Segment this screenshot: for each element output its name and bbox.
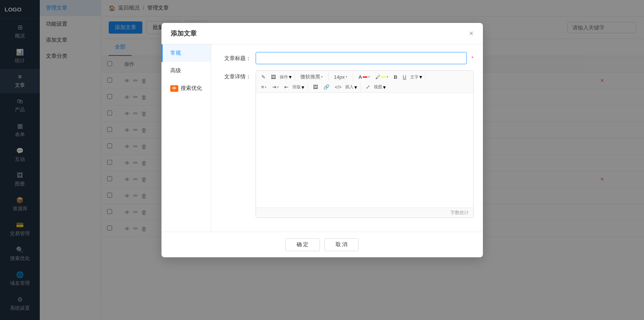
bold-icon: B [394, 74, 397, 80]
insert-image-icon: 🖼 [313, 84, 318, 90]
underline-btn[interactable]: U [400, 73, 408, 81]
font-family-label: 微软推黑 [300, 73, 320, 80]
indent-right-chevron: ▾ [277, 85, 279, 89]
font-family-btn[interactable]: 微软推黑 ▾ [298, 72, 325, 81]
align-btn[interactable]: ≡ ▾ [259, 83, 269, 91]
title-form-row: 文章标题： * [220, 52, 474, 64]
view-chevron: ▾ [383, 84, 386, 90]
font-color-icon: A [359, 74, 362, 80]
modal-body: 常规 高级 中 搜索优化 文章标题： * 文章详情： [161, 44, 483, 232]
align-chevron: ▾ [265, 85, 267, 89]
editor-layout-group: ≡ ▾ ⇥ ▾ ⇤ 排版 [259, 83, 308, 91]
font-size-chevron: ▾ [346, 75, 347, 79]
modal-nav-general[interactable]: 常规 [161, 44, 211, 62]
editor-size-group: 14px ▾ [332, 73, 353, 81]
editor-text-group: A ▾ 🖊 ▾ B [356, 73, 426, 81]
modal-form-content: 文章标题： * 文章详情： ✎ [211, 44, 483, 232]
font-size-label: 14px [334, 74, 345, 80]
editor-undo-btn[interactable]: ✎ [259, 73, 268, 81]
editor-image-btn[interactable]: 🖼 [269, 73, 278, 81]
insert-link-btn[interactable]: 🔗 [321, 83, 332, 91]
modal-header: 添加文章 × [161, 23, 483, 44]
insert-label: 插入 [345, 84, 354, 90]
font-color-btn[interactable]: A ▾ [356, 73, 372, 81]
fullscreen-icon: ⤢ [366, 84, 370, 90]
bg-color-chevron: ▾ [386, 75, 388, 79]
editor-font-group: 微软推黑 ▾ [298, 72, 329, 81]
editor-view-group: ⤢ 视图 ▾ [364, 83, 389, 91]
image-icon: 🖼 [271, 74, 276, 80]
indent-right-btn[interactable]: ⇥ ▾ [270, 83, 281, 91]
bg-color-swatch [381, 76, 386, 78]
action-chevron: ▾ [289, 74, 292, 80]
editor-toolbar: ✎ 🖼 操作 ▾ 微软推黑 [256, 71, 473, 93]
font-color-chevron: ▾ [368, 75, 370, 79]
modal-nav-seo[interactable]: 中 搜索优化 [161, 80, 211, 97]
modal-overlay: 添加文章 × 常规 高级 中 搜索优化 文章标题： * [0, 0, 644, 320]
action-label: 操作 [280, 74, 288, 80]
editor-footer: 字数统计 [256, 208, 473, 218]
editor-area[interactable] [256, 93, 473, 208]
add-article-modal: 添加文章 × 常规 高级 中 搜索优化 文章标题： * [161, 23, 483, 257]
cancel-button[interactable]: 取 消 [324, 238, 359, 251]
modal-footer: 确 定 取 消 [161, 232, 483, 257]
rich-text-editor: ✎ 🖼 操作 ▾ 微软推黑 [256, 70, 474, 218]
modal-nav-seo-label: 搜索优化 [181, 85, 202, 92]
font-family-chevron: ▾ [321, 75, 323, 79]
layout-chevron: ▾ [302, 84, 304, 90]
bg-color-icon: 🖊 [375, 74, 380, 80]
seo-badge: 中 [170, 85, 178, 92]
layout-label: 排版 [292, 84, 301, 90]
article-title-input[interactable] [256, 52, 467, 64]
indent-left-icon: ⇤ [284, 84, 289, 90]
insert-code-icon: </> [335, 84, 341, 90]
word-count-label: 字数统计 [450, 210, 469, 215]
modal-nav-advanced[interactable]: 高级 [161, 62, 211, 80]
detail-form-row: 文章详情： ✎ 🖼 操作 [220, 70, 474, 218]
underline-icon: U [403, 74, 406, 80]
confirm-button[interactable]: 确 定 [285, 238, 320, 251]
modal-title: 添加文章 [171, 29, 197, 38]
insert-chevron: ▾ [354, 84, 357, 90]
detail-label: 文章详情： [220, 70, 251, 80]
editor-insert-group: 🖼 🔗 </> 插入 ▾ [311, 83, 360, 91]
insert-image-btn[interactable]: 🖼 [311, 83, 320, 91]
bg-color-btn[interactable]: 🖊 ▾ [373, 73, 391, 81]
undo-icon: ✎ [261, 74, 266, 80]
text-label: 文字 [410, 74, 419, 80]
font-color-swatch [363, 76, 367, 78]
modal-close-button[interactable]: × [469, 29, 474, 38]
insert-link-icon: 🔗 [323, 84, 329, 90]
text-chevron: ▾ [419, 74, 422, 80]
insert-code-btn[interactable]: </> [333, 83, 344, 91]
title-required: * [471, 55, 473, 61]
indent-left-btn[interactable]: ⇤ [282, 83, 291, 91]
fullscreen-btn[interactable]: ⤢ [364, 83, 372, 91]
font-size-btn[interactable]: 14px ▾ [332, 73, 350, 81]
indent-right-icon: ⇥ [272, 84, 276, 90]
align-icon: ≡ [261, 84, 264, 90]
editor-action-group: ✎ 🖼 操作 ▾ [259, 73, 295, 81]
bold-btn[interactable]: B [391, 73, 399, 81]
title-label: 文章标题： [220, 52, 251, 62]
view-label: 视图 [374, 84, 382, 90]
modal-nav: 常规 高级 中 搜索优化 [161, 44, 211, 232]
